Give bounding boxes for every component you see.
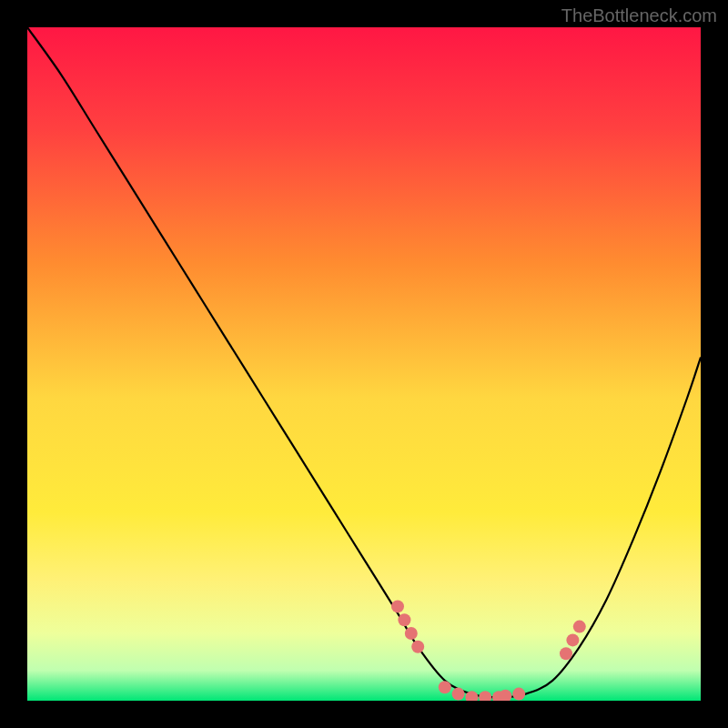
marker-point [405,627,418,640]
marker-point [560,647,572,660]
marker-point [499,690,511,701]
marker-point [439,681,451,693]
highlighted-points [391,600,586,701]
bottleneck-curve [27,27,701,697]
marker-point [398,613,410,626]
marker-point [512,688,525,701]
chart-svg [27,27,701,701]
watermark-text: TheBottleneck.com [561,5,717,26]
marker-point [411,641,424,653]
marker-point [566,633,579,646]
marker-point [391,600,404,612]
marker-point [452,688,465,701]
marker-point [479,691,491,701]
marker-point [573,621,586,633]
